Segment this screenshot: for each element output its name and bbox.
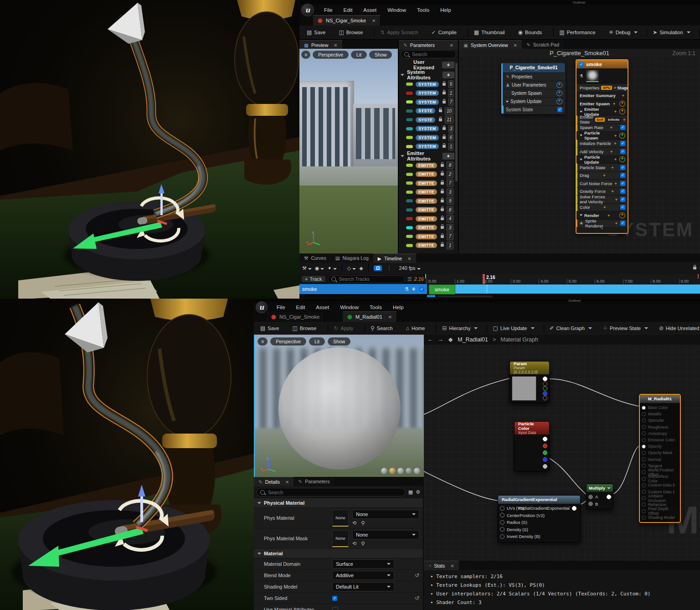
add-stage-button[interactable]: +: [603, 205, 607, 210]
caret-icon[interactable]: [580, 214, 582, 216]
close-tab-icon[interactable]: ✕: [388, 315, 392, 320]
niagara-log-tab[interactable]: ▤Niagara Log: [331, 253, 373, 263]
current-time[interactable]: 2.16: [414, 276, 424, 282]
scratch-pad-tab[interactable]: ✎Scratch Pad: [522, 40, 564, 49]
module-checkbox[interactable]: [620, 141, 625, 146]
use-selected-icon[interactable]: ⟲: [352, 541, 356, 547]
display-filter-icon[interactable]: ▦: [408, 489, 413, 495]
toolbar-button[interactable]: ▥ Performance: [556, 26, 605, 38]
material-input-pin-row[interactable]: Specular: [640, 417, 680, 424]
tab-m-radial01[interactable]: M_Radial01 ✕: [343, 311, 397, 322]
menu-item[interactable]: File: [319, 5, 338, 16]
add-stage-button[interactable]: +: [615, 221, 618, 226]
property-dropdown[interactable]: Surface: [332, 559, 394, 569]
tab-ns-cigar-smoke[interactable]: NS_Cigar_Smoke: [267, 312, 324, 322]
module-checkbox[interactable]: [620, 197, 625, 202]
add-icon[interactable]: +: [556, 90, 562, 96]
toolbar-button[interactable]: ✳ Debug: [605, 26, 645, 38]
material-result-node[interactable]: M_Radial01 Base Color Metallic: [639, 394, 681, 523]
reset-to-default-icon[interactable]: ↺: [415, 595, 419, 601]
curves-tab[interactable]: ⚒Curves: [299, 253, 331, 263]
toolbar-button[interactable]: ⊟ Hierarchy: [438, 322, 485, 334]
emitter-node-row[interactable]: Drag + + +: [576, 171, 628, 180]
details-search[interactable]: [257, 488, 406, 496]
parameters-search[interactable]: [401, 50, 456, 58]
emitter-node-row[interactable]: Emitter Summary + + +: [576, 92, 628, 100]
collapse-caret-icon[interactable]: [401, 155, 404, 157]
add-stage-button[interactable]: +: [614, 181, 618, 186]
add-stage-button[interactable]: +: [607, 213, 611, 218]
node-row-system-spawn[interactable]: System Spawn +: [503, 89, 565, 97]
input-pin-row[interactable]: Invert Density (B): [498, 533, 580, 540]
output-pin-r[interactable]: [543, 444, 547, 448]
toolbar-button[interactable]: ◫ Browse: [288, 322, 326, 334]
search-input[interactable]: [267, 489, 402, 496]
sphere-shape-button[interactable]: [389, 468, 396, 474]
fps-selector[interactable]: 240 fps: [399, 265, 420, 271]
input-pin-row[interactable]: B: [587, 501, 613, 508]
toolbar-button[interactable]: ✐ Clean Graph: [546, 322, 599, 334]
property-checkbox[interactable]: [332, 596, 337, 601]
module-checkbox[interactable]: [620, 205, 625, 210]
section-physical-material[interactable]: Physical Material: [254, 498, 423, 508]
module-checkbox[interactable]: [620, 221, 625, 226]
browse-to-asset-icon[interactable]: ⚲: [361, 541, 365, 547]
property-dropdown[interactable]: Additive: [332, 571, 394, 580]
node-row-properties[interactable]: ✎Properties: [503, 72, 565, 81]
close-icon[interactable]: ✕: [514, 43, 517, 48]
toolbar-button[interactable]: ↻ Apply: [330, 322, 363, 334]
cylinder-shape-button[interactable]: [381, 468, 387, 474]
emitter-node-smoke[interactable]: smoke ⚗ Properties: [576, 59, 628, 234]
module-checkbox[interactable]: [620, 173, 625, 178]
asset-dropdown[interactable]: None: [352, 530, 419, 539]
asset-dropdown[interactable]: None: [352, 510, 419, 519]
parameter-row[interactable]: EMITTE 3: [399, 223, 458, 233]
toolbar-button[interactable]: ◫ Browse: [335, 26, 372, 38]
output-pin-row[interactable]: RadialGradientExponential: [516, 505, 578, 512]
emitter-node-row[interactable]: Curl Noise Force + + +: [576, 179, 628, 187]
add-parameter-button[interactable]: +: [443, 72, 454, 78]
parameter-row[interactable]: EMITTE 7: [399, 232, 458, 241]
output-pin-g[interactable]: [543, 386, 547, 391]
close-icon[interactable]: ✕: [407, 256, 411, 261]
parameters-tab[interactable]: ✎Parameters ✕: [399, 40, 458, 50]
module-checkbox[interactable]: [620, 125, 625, 130]
more-options-icon[interactable]: ⋮: [386, 265, 392, 271]
node-row-user-parameters[interactable]: ♟User Parameters +: [503, 81, 565, 89]
browse-to-asset-icon[interactable]: ⚲: [361, 520, 365, 526]
toolbar-button[interactable]: ⚲ Search: [367, 322, 402, 334]
module-checkbox[interactable]: [620, 181, 625, 186]
collapse-caret-icon[interactable]: [401, 74, 404, 76]
close-icon[interactable]: ✕: [450, 43, 453, 48]
use-selected-icon[interactable]: ⟲: [352, 520, 356, 526]
material-input-pin-row[interactable]: Opacity: [640, 443, 680, 450]
add-stage-button[interactable]: +: [615, 197, 618, 202]
filter-icon[interactable]: ☰: [407, 276, 412, 282]
module-checkbox[interactable]: [620, 189, 625, 194]
timeline-ruler[interactable]: 0.001.002.003.004.005.006.007.008.009.00: [427, 279, 700, 284]
add-stage-button[interactable]: +: [611, 165, 615, 170]
toolbar-button[interactable]: ▤ Save: [257, 322, 288, 334]
range-start-marker[interactable]: [425, 274, 426, 279]
toolbar-button[interactable]: ⌂ Home: [402, 322, 435, 334]
param-node[interactable]: Param Param (0.2,0.2,0.2,0): [510, 361, 550, 403]
add-stage-button[interactable]: +: [603, 173, 607, 178]
add-stage-button[interactable]: +Stage: [614, 85, 628, 90]
emitter-node-row[interactable]: Solve Forces and Velocity + + +: [576, 195, 628, 203]
add-stage-button[interactable]: +: [614, 133, 618, 138]
track-bar[interactable]: [429, 284, 700, 294]
toolbar-button[interactable]: ↯ Apply Scratch: [376, 26, 427, 38]
track-search-input[interactable]: [338, 276, 401, 282]
add-stage-button[interactable]: +: [622, 93, 625, 98]
toolbar-button[interactable]: ▦ Thumbnail: [470, 26, 515, 38]
viewport-pill[interactable]: Lit: [309, 337, 325, 346]
menu-item[interactable]: Window: [382, 5, 412, 16]
add-module-icon[interactable]: +: [619, 212, 625, 218]
preview-viewport[interactable]: ≡ PerspectiveLitShow zx: [299, 49, 398, 253]
parameter-row[interactable]: SYSTEM 6: [399, 133, 458, 142]
caret-icon[interactable]: [580, 159, 582, 160]
add-stage-button[interactable]: +: [614, 109, 618, 114]
viewport-pill[interactable]: Lit: [351, 51, 367, 59]
parameter-row[interactable]: EMITTE 7: [399, 179, 458, 188]
radial-gradient-node[interactable]: RadialGradientExponential UVs (V2) Cente…: [498, 495, 581, 543]
